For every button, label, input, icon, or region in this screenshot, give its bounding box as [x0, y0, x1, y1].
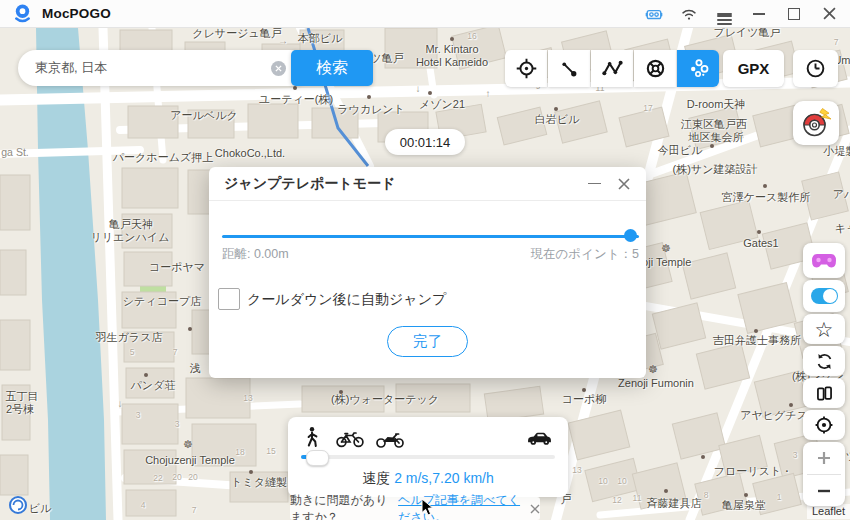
history-clock-button[interactable] [793, 50, 838, 87]
pokeball-icon [800, 107, 832, 139]
speed-readout: 速度 2 m/s,7.20 km/h [288, 470, 568, 488]
refresh-button[interactable] [803, 346, 845, 376]
game-controller-button[interactable] [803, 243, 845, 278]
jump-teleport-dialog: ジャンプテレポートモード 距離: 0.00m 現在のポイント：5 クールダウン後… [209, 167, 646, 378]
jump-teleport-mode-button[interactable] [677, 50, 719, 87]
bicycle-speed-icon[interactable] [336, 429, 364, 452]
mocpogo-window: MocPOGO [0, 0, 850, 520]
multi-point-route-button[interactable] [591, 50, 633, 87]
help-article-link[interactable]: ヘルプ記事を調べてください。 [398, 492, 522, 520]
distance-slider-handle[interactable] [624, 229, 637, 242]
gamepad-icon [811, 252, 837, 270]
teleport-mode-button[interactable] [505, 50, 547, 87]
network-wifi-icon[interactable] [680, 5, 698, 23]
close-button[interactable] [820, 5, 838, 23]
refresh-icon [814, 351, 835, 372]
auto-jump-checkbox[interactable] [218, 288, 240, 310]
map-panels-icon [814, 383, 835, 404]
zoom-in-button[interactable] [803, 442, 845, 474]
dialog-header: ジャンプテレポートモード [209, 167, 646, 201]
maximize-button[interactable] [785, 5, 803, 23]
locate-icon [813, 414, 835, 436]
speed-panel: 速度 2 m/s,7.20 km/h [288, 417, 568, 497]
done-button[interactable]: 完了 [387, 326, 468, 357]
two-point-route-button[interactable] [548, 50, 590, 87]
motorcycle-speed-icon[interactable] [376, 430, 404, 452]
notification-text: 動きに問題がありますか？ [290, 492, 396, 520]
car-speed-icon[interactable] [526, 429, 553, 450]
dialog-minimize-icon[interactable] [588, 177, 602, 191]
map-style-button[interactable] [803, 378, 845, 408]
dialog-title: ジャンプテレポートモード [224, 175, 395, 193]
minimize-button[interactable] [750, 5, 768, 23]
auto-jump-label: クールダウン後に自動ジャンプ [247, 291, 446, 309]
locate-me-button[interactable] [803, 410, 845, 440]
pokemon-go-button[interactable] [793, 101, 839, 145]
speed-value: 2 m/s,7.20 km/h [394, 470, 494, 486]
menu-button[interactable] [715, 5, 733, 23]
walk-speed-icon[interactable] [304, 426, 320, 452]
app-logo-icon [12, 3, 33, 24]
dialog-close-icon[interactable] [617, 177, 631, 191]
joystick-mode-button[interactable] [634, 50, 676, 87]
help-notification: 動きに問題がありますか？ヘルプ記事を調べてください。 [290, 497, 540, 520]
titlebar: MocPOGO [0, 0, 850, 28]
gpx-button[interactable]: GPX [723, 50, 784, 87]
distance-slider-track[interactable] [222, 235, 639, 238]
clear-search-icon[interactable] [271, 61, 286, 76]
zoom-out-button[interactable] [803, 475, 845, 507]
search-input[interactable] [18, 50, 308, 86]
station-icon [10, 497, 26, 513]
map-canvas[interactable]: クレサージュ亀戸本部ビルMr. KintaroHotel Kameidoツ亀戸プ… [0, 28, 850, 520]
cooldown-timer: 00:01:14 [385, 129, 465, 155]
app-title: MocPOGO [42, 6, 111, 21]
device-controller-icon[interactable] [645, 5, 663, 23]
spoof-toggle-button[interactable] [803, 280, 845, 312]
current-points-value: 現在のポイント：5 [531, 246, 639, 263]
speed-slider-track[interactable] [301, 455, 555, 459]
toggle-on-icon[interactable] [811, 288, 838, 304]
favorites-button[interactable]: ☆ [803, 314, 845, 344]
speed-slider-handle[interactable] [306, 450, 329, 466]
search-button[interactable]: 検索 [291, 50, 373, 86]
distance-value: 距離: 0.00m [222, 246, 289, 263]
notification-close-icon[interactable] [530, 504, 540, 514]
search-bar: 検索 [18, 50, 308, 86]
star-icon: ☆ [815, 319, 834, 340]
mode-toolbar: GPX [505, 50, 720, 87]
zoom-control [803, 442, 845, 506]
